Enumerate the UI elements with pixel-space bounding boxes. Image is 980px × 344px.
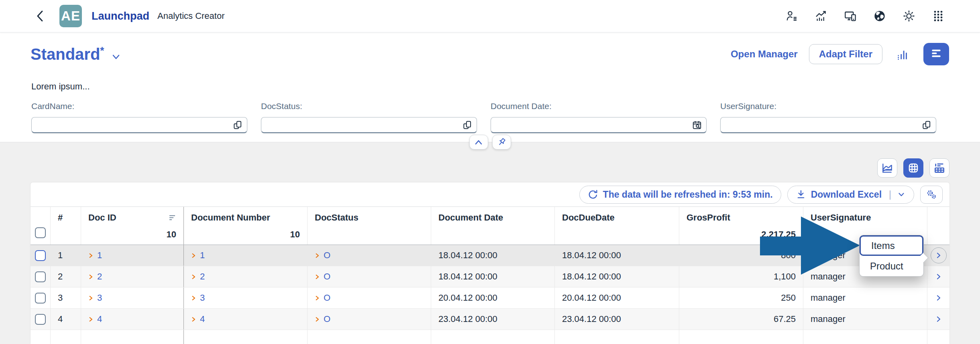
trend-chart-icon[interactable]	[815, 10, 827, 22]
drilldown-chevron-icon	[88, 253, 94, 259]
cell-document-number[interactable]: 1	[184, 245, 308, 266]
row-navigation-button[interactable]	[931, 247, 947, 263]
back-icon[interactable]	[35, 9, 45, 23]
context-menu-item-items[interactable]: Items	[860, 235, 923, 256]
doc-id-link[interactable]: 3	[97, 293, 102, 303]
app-title: Launchpad	[92, 10, 149, 22]
filter-field-cardname: CardName:	[31, 101, 247, 133]
cardname-input-field[interactable]	[32, 117, 232, 132]
column-header-grosprofit[interactable]: GrosProfit 2,217.25	[679, 207, 803, 245]
collapse-filter-button[interactable]	[469, 135, 488, 150]
cell-docduedate: 23.04.12 00:00	[555, 309, 679, 330]
download-split-divider: |	[889, 189, 891, 200]
cell-document-number[interactable]: 3	[184, 287, 308, 308]
doc-id-link[interactable]: 4	[97, 314, 102, 324]
devices-icon[interactable]	[844, 10, 857, 22]
cell-doc-id[interactable]: 1	[81, 245, 184, 266]
cell-docduedate: 20.04.12 00:00	[555, 287, 679, 308]
document-number-link[interactable]: 3	[200, 293, 205, 303]
row-checkbox[interactable]	[35, 314, 46, 325]
cell-docstatus[interactable]: O	[308, 245, 431, 266]
app-logo[interactable]: AE	[59, 5, 82, 27]
column-menu-icon[interactable]	[168, 214, 176, 221]
cell-usersignature: manager	[803, 309, 927, 330]
value-help-icon[interactable]	[921, 120, 932, 130]
download-excel-label: Download Excel	[811, 189, 882, 200]
row-checkbox[interactable]	[35, 271, 46, 282]
cell-doc-id[interactable]: 3	[81, 287, 184, 308]
table-row[interactable]: 3 3 3 O 20.04.12 00:00 20.04.12 00:00 25…	[31, 287, 949, 309]
download-excel-button[interactable]: Download Excel |	[787, 186, 914, 204]
usersignature-input-field[interactable]	[721, 117, 921, 132]
user-settings-icon[interactable]	[785, 10, 798, 22]
document-number-link[interactable]: 4	[200, 314, 205, 324]
chevron-down-icon[interactable]	[110, 53, 122, 61]
select-all-checkbox[interactable]	[35, 227, 46, 238]
cell-document-number[interactable]: 4	[184, 309, 308, 330]
row-navigation-button[interactable]	[935, 273, 942, 280]
column-header-docduedate[interactable]: DocDueDate	[555, 207, 679, 245]
document-date-input[interactable]	[491, 117, 707, 133]
value-help-icon[interactable]	[232, 120, 243, 130]
grid-view-button[interactable]	[903, 158, 923, 178]
docstatus-input-field[interactable]	[261, 117, 462, 132]
cell-doc-id[interactable]: 2	[81, 266, 184, 287]
docstatus-input[interactable]	[261, 117, 477, 133]
open-manager-link[interactable]: Open Manager	[731, 49, 798, 60]
row-checkbox[interactable]	[35, 293, 46, 304]
document-date-input-field[interactable]	[491, 117, 692, 132]
doc-id-link[interactable]: 1	[97, 250, 102, 261]
column-header-index[interactable]: #	[51, 207, 81, 245]
cell-document-number[interactable]: 2	[184, 266, 308, 287]
content-area: The data will be refreshed in: 9:53 min.…	[0, 142, 980, 344]
docstatus-link[interactable]: O	[324, 250, 330, 261]
filter-layout-button[interactable]	[923, 43, 949, 65]
value-help-icon[interactable]	[462, 120, 473, 130]
docstatus-link[interactable]: O	[324, 271, 330, 282]
cell-docstatus[interactable]: O	[308, 266, 431, 287]
pin-filter-button[interactable]	[492, 135, 511, 150]
filter-label: CardName:	[31, 101, 247, 111]
usersignature-input[interactable]	[720, 117, 936, 133]
app-grid-icon[interactable]	[932, 10, 945, 22]
cardname-input[interactable]	[31, 117, 247, 133]
row-navigation-button[interactable]	[935, 294, 942, 302]
doc-id-link[interactable]: 2	[97, 271, 102, 282]
column-header-document-date[interactable]: Document Date	[431, 207, 555, 245]
cell-docstatus[interactable]: O	[308, 309, 431, 330]
total-doc-id: 10	[88, 229, 176, 240]
globe-icon[interactable]	[873, 10, 886, 22]
document-number-link[interactable]: 2	[200, 271, 205, 282]
column-header-docstatus[interactable]: DocStatus	[308, 207, 431, 245]
shell-header: AE Launchpad Analytics Creator	[0, 0, 980, 32]
row-checkbox[interactable]	[35, 250, 46, 261]
drilldown-chevron-icon	[88, 295, 94, 301]
row-navigation-button[interactable]	[935, 316, 942, 323]
column-header-doc-id[interactable]: Doc ID 10	[81, 207, 184, 245]
cell-doc-id[interactable]: 4	[81, 309, 184, 330]
refresh-countdown-button[interactable]: The data will be refreshed in: 9:53 min.	[579, 186, 781, 204]
variant-modified-marker: *	[100, 45, 104, 57]
drilldown-chevron-icon	[315, 274, 320, 280]
adapt-filter-button[interactable]: Adapt Filter	[809, 44, 882, 64]
docstatus-link[interactable]: O	[324, 293, 330, 303]
cell-docstatus[interactable]: O	[308, 287, 431, 308]
table-settings-button[interactable]	[920, 186, 943, 204]
document-number-link[interactable]: 1	[200, 250, 205, 261]
table-row[interactable]: 1 1 1 O 18.04.12 00:00 18.04.12 00:00 80…	[31, 245, 949, 266]
chevron-down-icon[interactable]	[897, 190, 906, 199]
view-switcher	[877, 158, 949, 178]
context-menu-item-product[interactable]: Product	[860, 256, 923, 276]
chart-view-button[interactable]	[877, 158, 897, 178]
filter-bar-section: Standard * Open Manager Adapt Filter	[0, 32, 980, 142]
table-chart-view-button[interactable]	[929, 158, 949, 178]
docstatus-link[interactable]: O	[324, 314, 330, 324]
date-picker-icon[interactable]	[692, 120, 702, 130]
cell-grosprofit: 800	[679, 245, 803, 266]
table-row[interactable]: 4 4 4 O 23.04.12 00:00 23.04.12 00:00 67…	[31, 309, 949, 330]
variant-selector[interactable]: Standard *	[31, 45, 122, 63]
analytics-bars-icon[interactable]	[894, 45, 912, 63]
table-row[interactable]: 2 2 2 O 18.04.12 00:00 18.04.12 00:00 1,…	[31, 266, 949, 287]
column-header-document-number[interactable]: Document Number 10	[184, 207, 308, 245]
brightness-icon[interactable]	[903, 10, 915, 22]
